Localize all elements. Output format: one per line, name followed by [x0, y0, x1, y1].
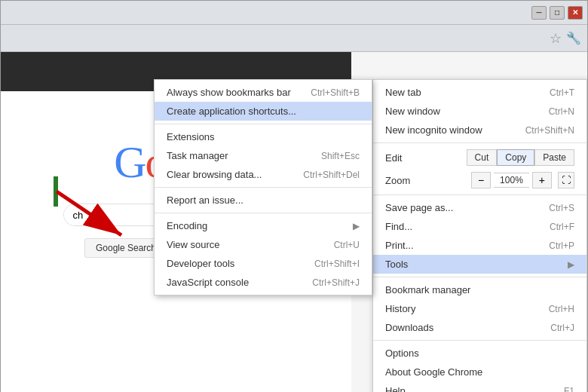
star-icon[interactable]: ☆ — [550, 30, 562, 47]
menu-label: Downloads — [385, 322, 433, 333]
maximize-button[interactable]: □ — [550, 6, 565, 20]
menu-divider1 — [373, 142, 586, 143]
menu-shortcut: Ctrl+N — [549, 106, 574, 117]
menu-item-new-incognito[interactable]: New incognito window Ctrl+Shift+N — [373, 121, 586, 139]
red-arrow-indicator — [23, 169, 144, 252]
menu-shortcut: Ctrl+Shift+N — [525, 125, 574, 136]
minimize-button[interactable]: ─ — [531, 6, 547, 20]
submenu-item-extensions[interactable]: Extensions — [155, 127, 372, 146]
submenu-shortcut: Ctrl+Shift+I — [314, 259, 360, 269]
menu-label: Print... — [385, 240, 414, 251]
submenu-label: Report an issue... — [167, 194, 243, 206]
chrome-menu: New tab Ctrl+T New window Ctrl+N New inc… — [372, 79, 587, 392]
submenu-shortcut: ▶ — [353, 221, 360, 231]
close-button[interactable]: ✕ — [568, 6, 583, 20]
menu-item-save-page[interactable]: Save page as... Ctrl+S — [373, 198, 586, 217]
copy-button[interactable]: Copy — [497, 149, 534, 166]
submenu-label: Extensions — [167, 131, 215, 142]
menu-shortcut: Ctrl+J — [550, 323, 574, 333]
submenu-divider2 — [155, 187, 372, 188]
menu-item-new-window[interactable]: New window Ctrl+N — [373, 102, 586, 121]
submenu-item-clear-browsing[interactable]: Clear browsing data... Ctrl+Shift+Del — [155, 165, 372, 184]
menu-divider2 — [373, 194, 586, 195]
submenu-item-report-issue[interactable]: Report an issue... — [155, 191, 372, 210]
paste-button[interactable]: Paste — [534, 149, 574, 166]
submenu-label: Developer tools — [167, 258, 234, 269]
menu-divider3 — [373, 277, 586, 277]
menu-label: Tools — [385, 259, 408, 270]
tools-submenu: Always show bookmarks bar Ctrl+Shift+B C… — [154, 79, 372, 296]
menu-shortcut: Ctrl+S — [549, 203, 574, 213]
menu-item-bookmark-manager[interactable]: Bookmark manager — [373, 280, 586, 299]
menu-edit-row: Edit Cut Copy Paste — [373, 146, 586, 169]
edit-label: Edit — [385, 152, 467, 164]
zoom-plus-button[interactable]: + — [532, 172, 552, 188]
menu-shortcut: F1 — [564, 386, 574, 393]
submenu-label: Encoding — [167, 220, 207, 231]
browser-titlebar: ─ □ ✕ — [1, 1, 587, 25]
menu-item-find[interactable]: Find... Ctrl+F — [373, 217, 586, 236]
menu-label: About Google Chrome — [385, 366, 482, 378]
submenu-shortcut: Shift+Esc — [321, 151, 360, 161]
submenu-shortcut: Ctrl+U — [334, 240, 360, 250]
menu-label: Find... — [385, 221, 412, 232]
menu-label: New incognito window — [385, 124, 482, 136]
cut-button[interactable]: Cut — [467, 149, 498, 166]
submenu-divider3 — [155, 213, 372, 213]
browser-toolbar: ☆ 🔧 — [1, 25, 587, 52]
menu-label: New tab — [385, 87, 421, 98]
submenu-label: View source — [167, 239, 220, 250]
submenu-item-encoding[interactable]: Encoding ▶ — [155, 216, 372, 235]
menu-label: New window — [385, 106, 440, 117]
menu-item-new-tab[interactable]: New tab Ctrl+T — [373, 83, 586, 102]
submenu-item-view-source[interactable]: View source Ctrl+U — [155, 235, 372, 254]
submenu-shortcut: Ctrl+Shift+Del — [303, 170, 360, 180]
submenu-item-task-manager[interactable]: Task manager Shift+Esc — [155, 146, 372, 165]
menu-label: Options — [385, 348, 419, 359]
menu-item-tools[interactable]: Tools ▶ — [373, 255, 586, 274]
menu-shortcut: Ctrl+P — [549, 240, 574, 251]
submenu-shortcut: Ctrl+Shift+J — [312, 277, 360, 288]
menu-item-downloads[interactable]: Downloads Ctrl+J — [373, 318, 586, 337]
zoom-label: Zoom — [385, 175, 468, 186]
menu-item-help[interactable]: Help F1 — [373, 381, 586, 392]
menu-item-history[interactable]: History Ctrl+H — [373, 299, 586, 318]
submenu-label: JavaScript console — [167, 277, 249, 288]
submenu-arrow-icon: ▶ — [568, 259, 574, 270]
zoom-minus-button[interactable]: − — [471, 172, 491, 188]
submenu-item-developer-tools[interactable]: Developer tools Ctrl+Shift+I — [155, 254, 372, 273]
browser-content: Google Google Search I'm Feeling Lucky — [1, 52, 587, 392]
submenu-divider — [155, 124, 372, 124]
svg-line-2 — [57, 191, 121, 235]
menu-item-print[interactable]: Print... Ctrl+P — [373, 236, 586, 255]
submenu-item-javascript-console[interactable]: JavaScript console Ctrl+Shift+J — [155, 273, 372, 292]
menu-shortcut: Ctrl+F — [550, 222, 574, 232]
submenu-label: Always show bookmarks bar — [167, 87, 291, 98]
zoom-value: 100% — [494, 173, 529, 188]
menu-label: Save page as... — [385, 202, 453, 213]
submenu-label: Clear browsing data... — [167, 169, 262, 180]
zoom-fullscreen-button[interactable]: ⛶ — [558, 172, 574, 188]
menu-label: Bookmark manager — [385, 284, 470, 296]
menu-divider4 — [373, 340, 586, 341]
titlebar-buttons: ─ □ ✕ — [531, 6, 583, 20]
menu-item-about[interactable]: About Google Chrome — [373, 363, 586, 381]
submenu-shortcut: Ctrl+Shift+B — [311, 87, 360, 98]
menu-label: Help — [385, 385, 406, 392]
submenu-label: Create application shortcuts... — [167, 106, 296, 117]
submenu-item-create-shortcuts[interactable]: Create application shortcuts... — [155, 102, 372, 121]
menu-shortcut: Ctrl+H — [549, 304, 574, 314]
menu-shortcut: Ctrl+T — [550, 87, 574, 98]
wrench-icon[interactable]: 🔧 — [566, 31, 581, 45]
menu-item-options[interactable]: Options — [373, 344, 586, 363]
submenu-label: Task manager — [167, 150, 228, 161]
browser-window: ─ □ ✕ ☆ 🔧 Google Google Search — [0, 0, 588, 392]
menu-label: History — [385, 303, 415, 314]
menu-zoom-row: Zoom − 100% + ⛶ — [373, 169, 586, 191]
submenu-item-always-show-bookmarks[interactable]: Always show bookmarks bar Ctrl+Shift+B — [155, 83, 372, 102]
